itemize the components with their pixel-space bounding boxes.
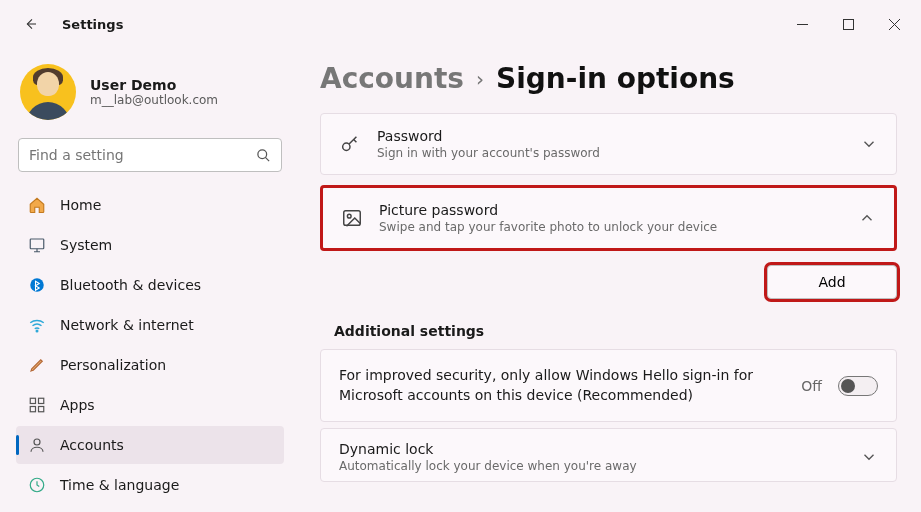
svg-rect-13 [344, 211, 361, 226]
globe-clock-icon [28, 476, 46, 494]
svg-rect-8 [30, 407, 35, 412]
breadcrumb: Accounts › Sign-in options [320, 62, 897, 95]
add-button[interactable]: Add [767, 265, 897, 299]
main-content: Accounts › Sign-in options Password Sign… [300, 48, 921, 512]
maximize-button[interactable] [825, 8, 871, 40]
nav-item-apps[interactable]: Apps [16, 386, 284, 424]
nav-item-system[interactable]: System [16, 226, 284, 264]
profile-email: m__lab@outlook.com [90, 93, 218, 107]
hello-signin-card: For improved security, only allow Window… [320, 349, 897, 422]
svg-rect-9 [39, 407, 44, 412]
nav-item-network[interactable]: Network & internet [16, 306, 284, 344]
nav-label: Time & language [60, 477, 179, 493]
titlebar: Settings [0, 0, 921, 48]
profile-name: User Demo [90, 77, 218, 93]
back-button[interactable] [10, 4, 50, 44]
card-title: Dynamic lock [339, 441, 844, 457]
card-subtitle: Swipe and tap your favorite photo to unl… [379, 220, 842, 234]
toggle-state-label: Off [801, 378, 822, 394]
additional-settings-heading: Additional settings [334, 323, 897, 339]
window-title: Settings [62, 17, 123, 32]
svg-rect-1 [843, 19, 853, 29]
home-icon [28, 196, 46, 214]
svg-rect-6 [30, 398, 35, 403]
nav-item-accounts[interactable]: Accounts [16, 426, 284, 464]
chevron-right-icon: › [476, 67, 484, 91]
person-icon [28, 436, 46, 454]
paintbrush-icon [28, 356, 46, 374]
nav-label: System [60, 237, 112, 253]
close-button[interactable] [871, 8, 917, 40]
password-card[interactable]: Password Sign in with your account's pas… [320, 113, 897, 175]
search-icon [256, 148, 271, 163]
nav-label: Network & internet [60, 317, 194, 333]
nav-item-time-language[interactable]: Time & language [16, 466, 284, 504]
dynamic-lock-card[interactable]: Dynamic lock Automatically lock your dev… [320, 428, 897, 482]
system-icon [28, 236, 46, 254]
chevron-down-icon [860, 135, 878, 153]
card-title: Picture password [379, 202, 842, 218]
arrow-left-icon [22, 16, 38, 32]
minimize-icon [797, 19, 808, 30]
avatar [20, 64, 76, 120]
bluetooth-icon [28, 276, 46, 294]
nav-item-bluetooth[interactable]: Bluetooth & devices [16, 266, 284, 304]
sidebar: User Demo m__lab@outlook.com Home System… [0, 48, 300, 512]
card-subtitle: Automatically lock your device when you'… [339, 459, 844, 473]
profile-block[interactable]: User Demo m__lab@outlook.com [16, 60, 284, 138]
nav-label: Bluetooth & devices [60, 277, 201, 293]
minimize-button[interactable] [779, 8, 825, 40]
card-subtitle: Sign in with your account's password [377, 146, 844, 160]
picture-icon [341, 207, 363, 229]
apps-icon [28, 396, 46, 414]
search-input[interactable] [29, 147, 256, 163]
svg-rect-7 [39, 398, 44, 403]
nav-label: Apps [60, 397, 95, 413]
key-icon [339, 133, 361, 155]
wifi-icon [28, 316, 46, 334]
hello-toggle[interactable] [838, 376, 878, 396]
nav-label: Accounts [60, 437, 124, 453]
chevron-up-icon [858, 209, 876, 227]
svg-point-10 [34, 439, 40, 445]
svg-point-12 [343, 143, 350, 150]
nav-item-personalization[interactable]: Personalization [16, 346, 284, 384]
svg-rect-0 [797, 24, 808, 25]
nav-list: Home System Bluetooth & devices Network … [16, 186, 284, 504]
breadcrumb-parent[interactable]: Accounts [320, 62, 464, 95]
search-box[interactable] [18, 138, 282, 172]
svg-point-2 [258, 149, 267, 158]
nav-label: Personalization [60, 357, 166, 373]
page-title: Sign-in options [496, 62, 735, 95]
picture-password-card[interactable]: Picture password Swipe and tap your favo… [320, 185, 897, 251]
card-title: Password [377, 128, 844, 144]
svg-point-5 [36, 330, 38, 332]
setting-text: For improved security, only allow Window… [339, 366, 785, 405]
svg-point-14 [347, 214, 351, 218]
close-icon [889, 19, 900, 30]
maximize-icon [843, 19, 854, 30]
nav-item-home[interactable]: Home [16, 186, 284, 224]
nav-label: Home [60, 197, 101, 213]
svg-rect-3 [30, 239, 44, 249]
chevron-down-icon [860, 448, 878, 466]
